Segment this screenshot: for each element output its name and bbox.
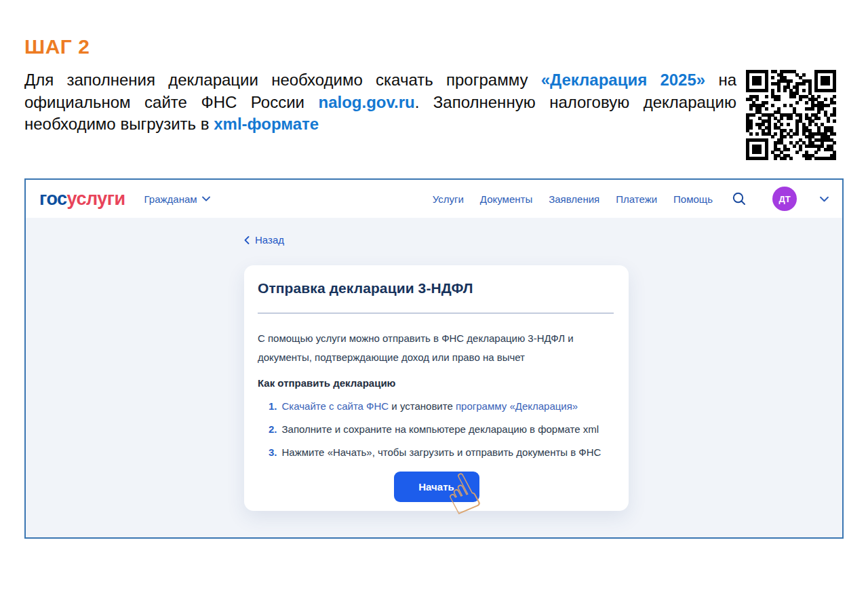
audience-dropdown-label: Гражданам bbox=[144, 193, 197, 205]
how-to-subheading: Как отправить декларацию bbox=[258, 377, 615, 389]
card-title: Отправка декларации 3-НДФЛ bbox=[258, 280, 615, 296]
audience-dropdown[interactable]: Гражданам bbox=[144, 193, 210, 205]
divider bbox=[258, 313, 614, 313]
step-number: 3. bbox=[269, 446, 277, 459]
intro-highlight-nalog-gov-ru: nalog.gov.ru bbox=[318, 93, 414, 111]
gosuslugi-screenshot: госуслуги Гражданам Услуги Документы Зая… bbox=[24, 178, 844, 539]
nav-item-uslugi[interactable]: Услуги bbox=[433, 193, 464, 205]
fns-download-link[interactable]: Скачайте с сайта ФНС bbox=[282, 400, 389, 412]
step-number: 1. bbox=[269, 400, 277, 412]
step-text: Нажмите «Начать», чтобы загрузить и отпр… bbox=[282, 446, 601, 459]
card-description: С помощью услуги можно отправить в ФНС д… bbox=[258, 329, 598, 367]
back-link-label: Назад bbox=[255, 234, 284, 246]
site-header: госуслуги Гражданам Услуги Документы Зая… bbox=[26, 180, 842, 218]
search-button[interactable] bbox=[732, 191, 747, 206]
user-avatar[interactable]: ДТ bbox=[772, 187, 797, 211]
instruction-slide: ШАГ 2 Для заполнения декларации необходи… bbox=[0, 0, 868, 614]
nav-item-platezhi[interactable]: Платежи bbox=[616, 193, 657, 205]
avatar-initials: ДТ bbox=[778, 194, 790, 204]
chevron-down-icon bbox=[202, 196, 210, 202]
step-text: Скачайте с сайта ФНС и установите програ… bbox=[282, 400, 578, 412]
logo-part-uslugi: услуги bbox=[67, 189, 125, 209]
nav-item-zayavleniya[interactable]: Заявления bbox=[549, 193, 599, 205]
step-title: ШАГ 2 bbox=[24, 35, 90, 58]
instruction-step: 1. Скачайте с сайта ФНС и установите про… bbox=[269, 400, 615, 412]
profile-chevron-icon[interactable] bbox=[820, 196, 829, 202]
step-text: Заполните и сохраните на компьютере декл… bbox=[282, 423, 599, 436]
nav-item-dokumenty[interactable]: Документы bbox=[480, 193, 532, 205]
instruction-steps: 1. Скачайте с сайта ФНС и установите про… bbox=[258, 400, 615, 459]
qr-code bbox=[746, 70, 836, 160]
gosuslugi-logo[interactable]: госуслуги bbox=[39, 189, 125, 210]
nav-item-pomosch[interactable]: Помощь bbox=[673, 193, 713, 205]
search-icon bbox=[732, 191, 747, 206]
start-button[interactable]: Начать bbox=[394, 472, 479, 502]
intro-segment: Для заполнения декларации необходимо ска… bbox=[24, 71, 541, 89]
instruction-step: 3. Нажмите «Начать», чтобы загрузить и о… bbox=[269, 446, 615, 459]
button-row: Начать bbox=[258, 472, 615, 502]
back-link[interactable]: Назад bbox=[244, 234, 284, 246]
declaration-program-link[interactable]: программу «Декларация» bbox=[456, 400, 578, 412]
main-nav: Услуги Документы Заявления Платежи Помощ… bbox=[433, 187, 829, 211]
instruction-step: 2. Заполните и сохраните на компьютере д… bbox=[269, 423, 615, 436]
logo-part-gos: гос bbox=[39, 189, 67, 209]
step-number: 2. bbox=[269, 423, 277, 436]
service-card: Отправка декларации 3-НДФЛ С помощью усл… bbox=[244, 265, 629, 511]
intro-highlight-declaration-2025: «Декларация 2025» bbox=[541, 71, 705, 89]
intro-highlight-xml-format: xml-формате bbox=[214, 115, 319, 133]
page-content: Назад Отправка декларации 3-НДФЛ С помощ… bbox=[26, 218, 842, 537]
step-text-segment: и установите bbox=[389, 400, 456, 412]
intro-text: Для заполнения декларации необходимо ска… bbox=[24, 69, 736, 136]
chevron-left-icon bbox=[244, 236, 250, 244]
